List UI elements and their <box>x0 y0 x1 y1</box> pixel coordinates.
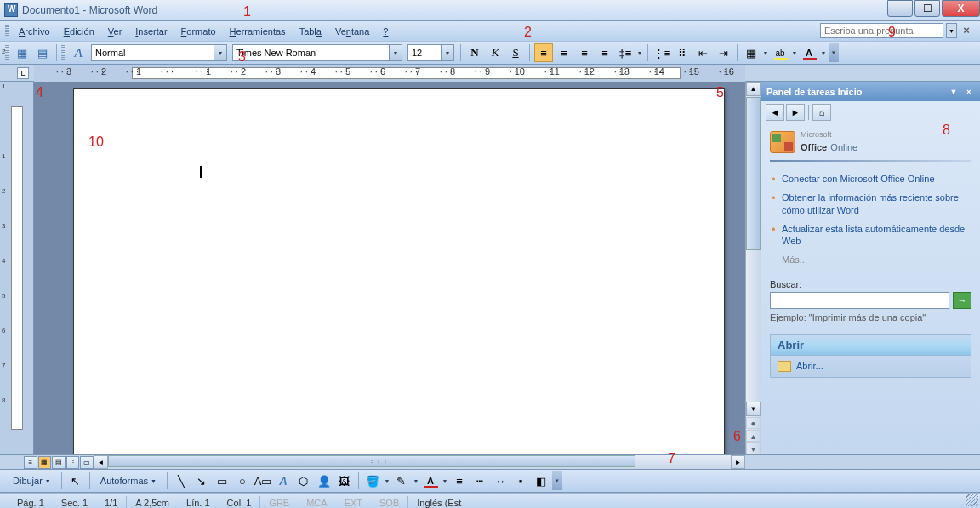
scroll-down-button[interactable]: ▼ <box>746 402 761 416</box>
wordart-icon[interactable]: A <box>274 471 293 490</box>
taskpane-link[interactable]: Actualizar esta lista automáticamente de… <box>770 220 971 252</box>
back-button[interactable]: ◄ <box>766 104 784 121</box>
dropdown-arrow-icon[interactable]: ▼ <box>384 471 390 490</box>
font-combo[interactable]: Times New Roman ▼ <box>232 44 402 61</box>
font-color-button[interactable]: A <box>800 43 818 62</box>
shadow-icon[interactable]: ▪ <box>511 471 530 490</box>
scroll-left-button[interactable]: ◄ <box>94 455 108 469</box>
align-center-button[interactable]: ≡ <box>555 43 573 62</box>
taskpane-close-icon[interactable]: × <box>963 86 975 98</box>
reading-layout-icon[interactable]: ▤ <box>33 43 52 62</box>
dropdown-arrow-icon[interactable]: ▼ <box>214 45 226 60</box>
status-ext[interactable]: EXT <box>336 495 371 509</box>
prev-page-button[interactable]: ▴ <box>746 430 761 442</box>
highlight-button[interactable]: ab <box>771 43 789 62</box>
line-spacing-button[interactable]: ‡≡ <box>616 43 635 62</box>
normal-view-button[interactable]: ≡ <box>24 456 37 469</box>
underline-button[interactable]: S <box>506 43 525 62</box>
web-view-button[interactable]: ▦ <box>38 456 52 469</box>
forward-button[interactable]: ► <box>786 104 805 121</box>
scroll-right-button[interactable]: ► <box>731 455 745 469</box>
horizontal-ruler[interactable]: · · · 3· · · 2· · · 1· · · · · · 1· · · … <box>34 65 745 82</box>
page[interactable] <box>73 88 725 454</box>
arrow-icon[interactable]: ↘ <box>192 471 211 490</box>
menu-edicion[interactable]: Edición <box>57 24 101 39</box>
status-sob[interactable]: SOB <box>371 495 407 509</box>
reading-view-button[interactable]: ▭ <box>80 456 94 469</box>
columns-icon[interactable]: ▦ <box>13 43 31 62</box>
line-color-icon[interactable]: ✎ <box>392 471 411 490</box>
vertical-scrollbar[interactable]: ▲ ▼ ● ▴ ▾ <box>745 82 761 454</box>
toolbar-handle[interactable] <box>5 45 9 60</box>
help-search-dropdown[interactable]: ▼ <box>946 23 957 38</box>
menu-help[interactable]: ? <box>376 24 395 39</box>
outline-view-button[interactable]: ⋮ <box>66 456 80 469</box>
diagram-icon[interactable]: ⬡ <box>294 471 313 490</box>
taskpane-link[interactable]: Conectar con Microsoft Office Online <box>770 170 971 189</box>
menu-insertar[interactable]: Insertar <box>128 24 174 39</box>
dropdown-arrow-icon[interactable]: ▼ <box>442 471 448 490</box>
horizontal-scrollbar[interactable]: ◄ ⋮⋮⋮ ► <box>94 455 745 469</box>
scroll-thumb[interactable]: ⋮⋮⋮ <box>108 455 635 467</box>
3d-icon[interactable]: ◧ <box>532 471 550 490</box>
status-language[interactable]: Inglés (Est <box>408 495 470 509</box>
search-go-button[interactable]: → <box>953 292 971 309</box>
status-grb[interactable]: GRB <box>260 495 298 509</box>
taskpane-more-link[interactable]: Más... <box>770 251 971 270</box>
clipart-icon[interactable]: 👤 <box>315 471 333 490</box>
taskpane-menu-icon[interactable]: ▼ <box>948 86 960 98</box>
align-justify-button[interactable]: ≡ <box>595 43 614 62</box>
status-mca[interactable]: MCA <box>298 495 335 509</box>
borders-button[interactable]: ▦ <box>742 43 761 62</box>
rectangle-icon[interactable]: ▭ <box>213 471 231 490</box>
toolbar-options-icon[interactable]: ▾ <box>829 43 839 62</box>
font-color-draw-icon[interactable]: A <box>421 471 440 490</box>
styles-icon[interactable]: A <box>69 43 88 62</box>
document-area[interactable] <box>34 82 745 454</box>
toolbar-handle[interactable] <box>61 45 65 60</box>
resize-grip[interactable] <box>966 494 978 506</box>
line-icon[interactable]: ╲ <box>172 471 191 490</box>
bold-button[interactable]: N <box>465 43 484 62</box>
dropdown-arrow-icon[interactable]: ▼ <box>389 45 402 60</box>
scroll-up-button[interactable]: ▲ <box>746 82 761 96</box>
toolbar-options-icon[interactable]: ▾ <box>552 471 562 490</box>
maximize-button[interactable]: ☐ <box>914 0 940 17</box>
align-left-button[interactable]: ≡ <box>534 43 553 62</box>
increase-indent-button[interactable]: ⇥ <box>714 43 732 62</box>
textbox-icon[interactable]: A▭ <box>254 471 272 490</box>
close-button[interactable]: X <box>942 0 980 17</box>
align-right-button[interactable]: ≡ <box>575 43 594 62</box>
menu-archivo[interactable]: Archivo <box>12 24 57 39</box>
oval-icon[interactable]: ○ <box>233 471 252 490</box>
menu-ver[interactable]: Ver <box>101 24 129 39</box>
dibujar-button[interactable]: Dibujar▼ <box>7 471 57 490</box>
dash-style-icon[interactable]: ┅ <box>470 471 489 490</box>
decrease-indent-button[interactable]: ⇤ <box>693 43 712 62</box>
style-combo[interactable]: Normal ▼ <box>91 44 227 61</box>
picture-icon[interactable]: 🖼 <box>335 471 354 490</box>
minimize-button[interactable]: — <box>887 0 913 17</box>
next-page-button[interactable]: ▾ <box>746 442 761 454</box>
line-style-icon[interactable]: ≡ <box>450 471 469 490</box>
autoformas-button[interactable]: Autoformas▼ <box>94 471 162 490</box>
arrow-style-icon[interactable]: ↔ <box>491 471 510 490</box>
menu-ventana[interactable]: Ventana <box>328 24 376 39</box>
dropdown-arrow-icon[interactable]: ▼ <box>791 43 798 62</box>
toolbar-handle[interactable] <box>5 25 9 38</box>
taskpane-search-input[interactable] <box>770 292 949 309</box>
menu-tabla[interactable]: Tabla <box>293 24 328 39</box>
tab-selector[interactable]: L <box>17 67 29 79</box>
help-search-input[interactable] <box>820 23 943 38</box>
italic-button[interactable]: K <box>486 43 504 62</box>
numbered-list-button[interactable]: ⋮≡ <box>652 43 671 62</box>
fill-color-icon[interactable]: 🪣 <box>363 471 382 490</box>
menubar-close-button[interactable]: × <box>960 24 973 37</box>
select-objects-icon[interactable]: ↖ <box>66 471 85 490</box>
dropdown-arrow-icon[interactable]: ▼ <box>413 471 419 490</box>
dropdown-arrow-icon[interactable]: ▼ <box>441 45 453 60</box>
print-view-button[interactable]: ▤ <box>52 456 66 469</box>
size-combo[interactable]: 12 ▼ <box>407 44 454 61</box>
menu-herramientas[interactable]: Herramientas <box>223 24 293 39</box>
open-link[interactable]: Abrir... <box>771 356 971 377</box>
